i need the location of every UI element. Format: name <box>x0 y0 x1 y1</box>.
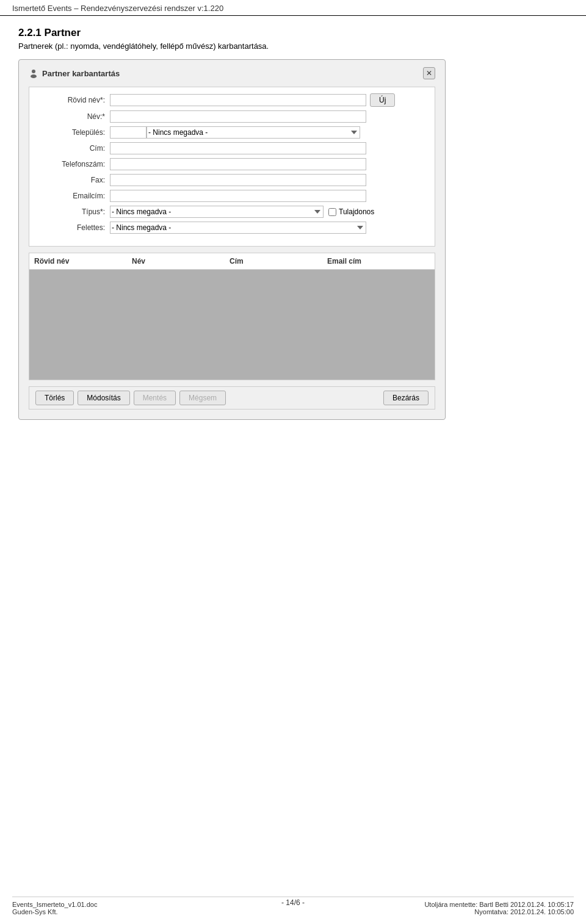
rovid-nev-input[interactable] <box>110 94 366 106</box>
form-row-telepules: Település: - Nincs megadva - <box>38 126 426 139</box>
emailcim-input[interactable] <box>110 190 366 202</box>
telepules-code-input[interactable] <box>110 126 146 139</box>
dialog-titlebar: Partner karbantartás ✕ <box>29 67 435 79</box>
page-header: Ismertető Events – Rendezvényszervezési … <box>0 0 586 16</box>
felettes-select[interactable]: - Nincs megadva - <box>110 222 366 234</box>
megsem-button[interactable]: Mégsem <box>179 391 226 405</box>
telefonszam-input[interactable] <box>110 158 366 170</box>
tulajdonos-checkbox-row: Tulajdonos <box>328 208 374 216</box>
section-title: 2.2.1 Partner <box>18 27 568 39</box>
mentes-button[interactable]: Mentés <box>134 391 176 405</box>
page-number: - 14/6 - <box>281 898 305 907</box>
footer-doc-name: Events_Ismerteto_v1.01.doc <box>12 901 97 908</box>
tipus-select[interactable]: - Nincs megadva - <box>110 206 324 218</box>
form-row-rovid-nev: Rövid név*: Új <box>38 93 426 107</box>
cim-input[interactable] <box>110 142 366 154</box>
rovid-nev-label: Rövid név*: <box>38 96 105 104</box>
tipus-label: Típus*: <box>38 208 105 216</box>
bezaras-button[interactable]: Bezárás <box>383 391 429 405</box>
page-content: 2.2.1 Partner Partnerek (pl.: nyomda, ve… <box>0 16 586 444</box>
uj-button[interactable]: Új <box>370 93 395 107</box>
tulajdonos-checkbox[interactable] <box>328 208 336 216</box>
svg-point-0 <box>32 70 35 73</box>
tulajdonos-label: Tulajdonos <box>339 208 374 216</box>
footer-last-saved: Utoljára mentette: Bartl Betti 2012.01.2… <box>424 901 574 908</box>
footer-left-buttons: Törlés Módosítás Mentés Mégsem <box>35 391 226 405</box>
emailcim-label: Emailcím: <box>38 192 105 200</box>
torles-button[interactable]: Törlés <box>35 391 74 405</box>
table-header: Rövid név Név Cím Email cím <box>29 253 435 270</box>
footer-right-text: Utoljára mentette: Bartl Betti 2012.01.2… <box>424 901 574 915</box>
table-section: Rövid név Név Cím Email cím <box>29 253 435 380</box>
form-row-fax: Fax: <box>38 174 426 186</box>
felettes-label: Felettes: <box>38 223 105 232</box>
dialog-footer: Törlés Módosítás Mentés Mégsem Bezárás <box>29 386 435 410</box>
footer-printed: Nyomtatva: 2012.01.24. 10:05:00 <box>474 908 574 915</box>
dialog-box: Partner karbantartás ✕ Rövid név*: Új Né… <box>18 59 446 420</box>
nev-input[interactable] <box>110 110 366 123</box>
fax-label: Fax: <box>38 176 105 184</box>
telefonszam-label: Telefonszám: <box>38 160 105 168</box>
form-row-tipus: Típus*: - Nincs megadva - Tulajdonos <box>38 206 426 218</box>
person-icon <box>29 68 38 78</box>
table-col-rovid-nev: Rövid név <box>29 256 127 267</box>
section-subtitle: Partnerek (pl.: nyomda, vendéglátóhely, … <box>18 42 568 51</box>
footer-right-buttons: Bezárás <box>383 391 429 405</box>
page-footer: Events_Ismerteto_v1.01.doc Guden-Sys Kft… <box>12 897 574 915</box>
table-col-email: Email cím <box>322 256 420 267</box>
table-body <box>29 270 435 380</box>
telepules-label: Település: <box>38 128 105 137</box>
form-row-emailcim: Emailcím: <box>38 190 426 202</box>
svg-point-1 <box>31 74 37 78</box>
form-row-telefonszam: Telefonszám: <box>38 158 426 170</box>
fax-input[interactable] <box>110 174 366 186</box>
header-title: Ismertető Events – Rendezvényszervezési … <box>12 4 223 13</box>
modositas-button[interactable]: Módosítás <box>78 391 129 405</box>
cim-label: Cím: <box>38 144 105 153</box>
nev-label: Név:* <box>38 112 105 121</box>
form-row-nev: Név:* <box>38 110 426 123</box>
table-col-nev: Név <box>127 256 225 267</box>
form-row-cim: Cím: <box>38 142 426 154</box>
telepules-select[interactable]: - Nincs megadva - <box>146 126 360 139</box>
dialog-title: Partner karbantartás <box>29 68 120 78</box>
form-section: Rövid név*: Új Név:* Település: - Nincs … <box>29 87 435 247</box>
form-row-felettes: Felettes: - Nincs megadva - <box>38 222 426 234</box>
footer-left-text: Events_Ismerteto_v1.01.doc Guden-Sys Kft… <box>12 901 97 915</box>
dialog-close-button[interactable]: ✕ <box>423 67 435 79</box>
footer-company: Guden-Sys Kft. <box>12 908 97 915</box>
table-col-cim: Cím <box>225 256 322 267</box>
